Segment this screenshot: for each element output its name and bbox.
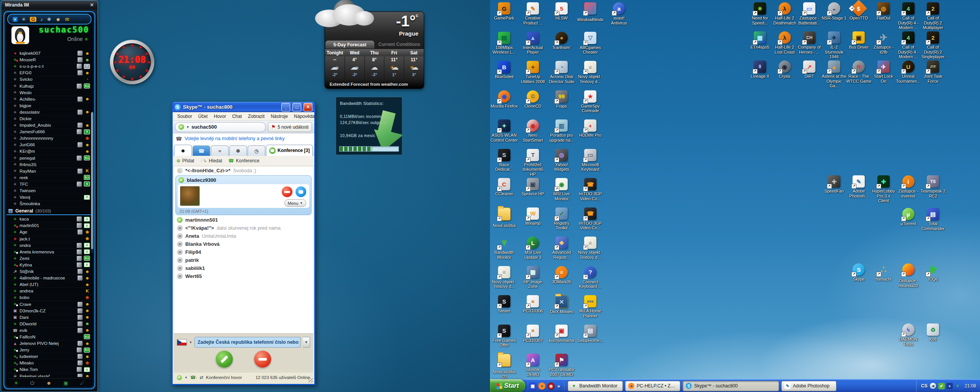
resize-grip[interactable] [308,378,313,382]
menu-hovor[interactable]: Hovor [211,114,229,119]
desktop-icon-crysis[interactable]: ◉↗Crysis [772,60,798,79]
menu-soubor[interactable]: Soubor [174,114,195,119]
bulb-icon[interactable]: ⏻ [30,381,34,385]
contact-row[interactable]: ✳Vavoj6 [7,194,91,201]
desktop-icon-yahoo-widgets[interactable]: ◎↗Yahoo! Widgets [549,149,575,172]
contact-row[interactable]: ♥kajinek007☻ [7,50,91,57]
desktop-icon-unreal-tournamen[interactable]: U↗Unreal Tournamen... [895,60,921,83]
desktop-icon-il-2-sturmovik-1946[interactable]: ✈↗IL-2 Sturmovik 1946 [821,31,847,59]
flag-dropdown-arrow[interactable]: ▼ [189,341,192,344]
czech-flag-icon[interactable] [177,339,187,346]
desktop-icon-hp-image-zone[interactable]: ▦↗HP Image Zone [520,266,546,289]
desktop-icon-msi-live-update-3[interactable]: L↗MSI Live Update 3 [520,237,546,260]
desktop-icon-nero-startsmart[interactable]: ◉↗Nero StartSmart [520,119,546,142]
contact-row[interactable]: ✳ludweiser☻ [7,353,91,360]
desktop-icon-nsr-stage-1[interactable]: ◒↗NSR-Stage 1 [821,2,847,21]
desktop-icon-z-stupce-il2fb[interactable]: ✈↗Zástupce - il2fb [871,31,897,54]
desktop-icon-need-for-speed[interactable]: ✳↗Need for Speed... [747,2,773,25]
contact-row[interactable]: ☠Pekelnej vlasáč☻ [7,373,91,377]
desktop-icon-nov-objekt-textov-d[interactable]: ≡↗Nový objekt - Textový d... [577,61,603,84]
status-icon[interactable]: ✔ [177,375,182,380]
contact-row[interactable]: ✳Crave☻ [7,301,91,307]
desktop-icon-3dmark05[interactable]: ≡↗3DMark05 [549,266,575,284]
desktop-icon-imtoo-3gp-video-co[interactable]: ☎↗ImTOO 3GP Video Co... [577,178,603,201]
tab-conference[interactable]: ☎Konference [3] [266,145,313,156]
gg-protocol-icon[interactable]: G [30,17,36,22]
desktop-icon-bluesoleil[interactable]: B↗BlueSoleil [491,61,517,79]
desktop-icon-z-stupce-everest[interactable]: i↗Zástupce - everest [895,175,921,198]
quicklaunch-media-icon[interactable]: ▦ [529,382,536,390]
desktop-icon-adobe-photosh[interactable]: ✎↗Adobe Photosh... [846,175,872,198]
desktop-icon-hlsw[interactable]: 5↗HLSW [549,2,575,21]
desktop-icon-etn4sps5[interactable]: ▦↗ETn4sps5 [747,31,773,50]
desktop-icon-pc-translator-2007-demo[interactable]: ⚑↗PC Translator 2007 DEMO [549,354,575,377]
desktop-icon-daemon-tools[interactable]: ϟ↗DAEMON Tools [895,323,921,346]
desktop-icon-gamespy-comrade[interactable]: ★↗GameSpy Comrade [577,90,603,113]
contact-row[interactable]: ✳Twinsen [7,188,91,194]
desktop-icon-z-stupce-battlestati[interactable]: ▭↗Zástupce - Battlestati... [796,2,822,25]
desktop-icon-mozilla-firefox[interactable]: ◉↗Mozilla Firefox [491,90,517,109]
contact-row[interactable]: ✳Dickie [7,116,91,122]
skype-titlebar[interactable]: S Skype™ - suchac800 _ □ ✕ [172,102,315,112]
contact-row[interactable]: ✳JuriG66☻ [7,142,91,148]
desktop-icon-setuphome[interactable]: ▤↗SetupHome... [577,325,603,343]
skype-contact-row[interactable]: ✔martinnnn501 [174,216,313,224]
desktop-icon-icq6[interactable]: ❀↗ICQ6 [920,263,946,282]
task-button-skype-suchac800[interactable]: SSkype™ - suchac800 [683,381,779,391]
find-user-icon[interactable]: ☻ [46,381,52,385]
tab-time[interactable]: ◷ [248,145,265,156]
quicklaunch-overflow-chevron[interactable]: » [557,383,560,389]
desktop-icon-company-of-heroes[interactable]: CH↗Company of Heroes - ... [796,31,822,54]
tray-download-icon[interactable]: ▼ [954,383,961,389]
menu-chat[interactable]: Chat [229,114,245,119]
contact-row[interactable]: ✳martin5016 [7,222,91,229]
skype-contact-row[interactable]: ☾*<-/IronH!de_Cz\->*Svoboda ;) [174,167,313,175]
sound-icon[interactable]: ♪ [41,17,43,22]
desktop-icon-kuchynmama[interactable]: ▣↗kuchynmama [549,325,575,343]
desktop-icon-acronis-disk-director-suite[interactable]: ◔↗Acronis Disk Director Suite [549,61,575,84]
tab-search[interactable]: ✻ [229,145,247,156]
desktop-icon-pc310307[interactable]: ¤↗PC310307 [520,325,546,343]
contact-row[interactable]: ✳4allmobile - madruscoe☻ [7,275,91,281]
contact-row[interactable]: ☻jack.t❀ [7,236,91,242]
status-menu-icon[interactable]: ▾ [13,17,18,22]
contact-row[interactable]: ✳Mleako❀ [7,360,91,366]
desktop-icon-teamspeak-2-rc2[interactable]: TS↗Teamspeak 2 RC2 [920,175,946,198]
desktop-icon-start-lock-on[interactable]: ✈↗Start Lock On [871,60,897,83]
add-contact-icon[interactable]: ☻ [56,17,61,22]
status-dropdown-arrow[interactable]: ▼ [185,376,188,379]
desktop-icon-half-life-2-deathmatch[interactable]: λ↗Half-Life 2 Deathmatch [772,2,798,25]
contact-row[interactable]: ✳Achilles-☻ [7,96,91,103]
search-button[interactable]: ◌↳Hledat [200,158,222,163]
menu-nápověda[interactable]: Nápověda [291,114,318,119]
call-button[interactable] [216,351,233,368]
task-button-adobe-photoshop[interactable]: ✎Adobe Photoshop [781,381,836,391]
contact-row[interactable]: ✳MouseR☻ [7,57,91,63]
bandwidth-widget[interactable]: Bandwidth Statistics: 0,11MBit/sec incom… [336,97,402,155]
desktop-icon-earthsim[interactable]: ●↗'Earthsim' [549,32,575,50]
desktop-icon-flatout[interactable]: ◎↗FlatOut [871,2,897,21]
minimize-button[interactable]: _ [281,103,290,111]
contact-row[interactable]: ✳Nike.Tom6 [7,366,91,373]
contact-menu-button[interactable]: Menu▼ [284,199,306,207]
contact-row[interactable]: ▣Dani☻ [7,314,91,321]
desktop-icon-clonecd[interactable]: ©↗CloneCD [520,90,546,109]
tray-sphere-icon[interactable]: ● [946,383,953,389]
contact-row[interactable]: ✳FalllcoN5.1 [7,334,91,340]
contact-row[interactable]: ✳Abel (UT)☻ [7,281,91,288]
menu-zobrazit[interactable]: Zobrazit [245,114,268,119]
tab-current-conditions[interactable]: Current Conditions [375,40,424,49]
desktop-icon-openttd[interactable]: $↗OpenTTD [846,2,872,21]
desktop-icon-ccleaner[interactable]: C↗CCleaner [491,178,517,196]
hangup-circle-button[interactable] [282,186,292,197]
desktop-icon-free-games-offer[interactable]: S↗Free Games Offer [491,325,517,348]
desktop-icon-gamepark[interactable]: G↗GamePark [491,2,517,21]
tab-history[interactable]: ≈ [211,145,229,156]
desktop-icon-spr-vce-hp[interactable]: ▣↗Správce HP [520,178,546,196]
desktop-icon-steam[interactable]: S↗Steam [491,295,517,314]
desktop-icon-bandwidth-monitor[interactable]: ▼↗Bandwidth Monitor [491,237,517,260]
contact-row[interactable]: ✳KEr@m☻ [7,148,91,155]
desktop-icon-race-dedicat[interactable]: S↗Race Dedicat... [491,149,517,172]
task-button-bandwidth-monitor[interactable]: ▼Bandwidth Monitor [568,381,623,391]
chat-circle-button[interactable] [296,186,306,197]
